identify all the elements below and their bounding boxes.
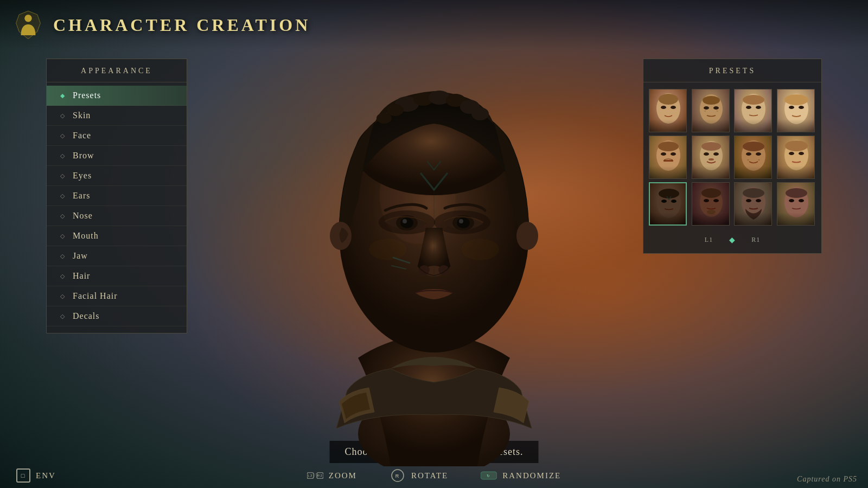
sidebar-item-eyes[interactable]: Eyes bbox=[47, 166, 187, 186]
preset-item-4[interactable] bbox=[777, 89, 815, 132]
sidebar-item-mouth[interactable]: Mouth bbox=[47, 226, 187, 246]
svg-point-42 bbox=[661, 106, 666, 109]
svg-point-67 bbox=[743, 142, 764, 151]
preset-item-5[interactable] bbox=[649, 136, 687, 179]
svg-point-81 bbox=[701, 188, 721, 198]
preset-item-1[interactable] bbox=[649, 89, 687, 132]
svg-point-55 bbox=[799, 106, 804, 109]
svg-point-16 bbox=[376, 113, 392, 124]
person-silhouette-icon bbox=[15, 10, 41, 40]
preset-face-8 bbox=[777, 136, 814, 178]
preset-face-4 bbox=[777, 89, 814, 132]
rotate-label: ROTATE bbox=[411, 471, 448, 480]
preset-face-11 bbox=[735, 183, 771, 225]
presets-panel: PRESETS bbox=[643, 59, 822, 254]
svg-text:R2: R2 bbox=[317, 474, 323, 477]
sidebar-item-hair[interactable]: Hair bbox=[47, 266, 187, 286]
character-face-svg bbox=[250, 22, 618, 466]
sidebar-item-skin[interactable]: Skin bbox=[47, 106, 187, 126]
preset-item-12[interactable] bbox=[777, 182, 815, 226]
svg-point-32 bbox=[461, 239, 499, 260]
svg-point-47 bbox=[713, 106, 719, 110]
square-button-icon: □ bbox=[16, 468, 30, 483]
svg-point-64 bbox=[713, 152, 719, 156]
sidebar-item-nose[interactable]: Nose bbox=[47, 206, 187, 226]
svg-point-59 bbox=[671, 152, 676, 156]
svg-text:R: R bbox=[395, 473, 400, 479]
header: CHARACTER CREATION bbox=[0, 0, 868, 50]
diamond-outline-icon bbox=[59, 212, 66, 220]
preset-item-10[interactable] bbox=[692, 182, 730, 226]
preset-item-8[interactable] bbox=[777, 136, 815, 179]
diamond-outline-icon bbox=[59, 252, 66, 260]
sidebar-item-label-decals: Decals bbox=[73, 311, 100, 321]
preset-item-6[interactable] bbox=[692, 136, 730, 179]
svg-point-90 bbox=[786, 188, 807, 198]
svg-point-71 bbox=[785, 140, 808, 151]
svg-point-63 bbox=[704, 152, 709, 156]
svg-point-62 bbox=[701, 142, 721, 151]
svg-point-73 bbox=[799, 152, 804, 155]
presets-select-indicator: ◆ bbox=[729, 235, 735, 245]
svg-point-18 bbox=[516, 222, 538, 250]
svg-point-1 bbox=[24, 15, 31, 22]
controls-bar: L2 / R2 ZOOM R ROTATE ↻ RANDOMIZE bbox=[0, 463, 868, 488]
randomize-control: ↻ RANDOMIZE bbox=[481, 467, 561, 484]
sidebar-item-presets[interactable]: Presets bbox=[47, 86, 187, 106]
presets-next-button[interactable]: R1 bbox=[751, 236, 760, 244]
appearance-panel: APPEARANCE Presets Skin Face Brow Eyes E… bbox=[46, 59, 187, 333]
svg-point-58 bbox=[661, 152, 666, 156]
svg-point-45 bbox=[703, 96, 720, 105]
svg-point-30 bbox=[426, 316, 442, 324]
diamond-outline-icon bbox=[59, 312, 66, 320]
zoom-control: L2 / R2 ZOOM bbox=[307, 467, 357, 484]
diamond-outline-icon bbox=[59, 232, 66, 240]
rotate-icon: R bbox=[390, 467, 406, 484]
svg-point-51 bbox=[756, 106, 761, 109]
svg-point-46 bbox=[704, 106, 709, 110]
preset-item-11[interactable] bbox=[734, 182, 772, 226]
preset-face-12 bbox=[777, 183, 814, 225]
svg-point-26 bbox=[459, 219, 463, 223]
sidebar-item-ears[interactable]: Ears bbox=[47, 186, 187, 206]
sidebar-item-label-brow: Brow bbox=[73, 151, 94, 160]
sidebar-item-jaw[interactable]: Jaw bbox=[47, 246, 187, 266]
preset-face-10 bbox=[692, 183, 729, 225]
character-display bbox=[250, 22, 618, 466]
svg-point-53 bbox=[784, 94, 808, 105]
svg-point-31 bbox=[369, 239, 407, 260]
svg-point-84 bbox=[707, 210, 716, 214]
diamond-icon bbox=[59, 92, 66, 99]
sidebar-item-face[interactable]: Face bbox=[47, 126, 187, 146]
presets-grid bbox=[643, 89, 821, 231]
preset-face-9 bbox=[650, 183, 686, 224]
svg-point-49 bbox=[743, 95, 764, 105]
sidebar-item-label-mouth: Mouth bbox=[73, 231, 99, 241]
svg-point-83 bbox=[713, 199, 719, 202]
preset-item-3[interactable] bbox=[734, 89, 772, 132]
svg-point-54 bbox=[789, 106, 794, 109]
sidebar-item-label-skin: Skin bbox=[73, 111, 91, 120]
rotate-control: R ROTATE bbox=[390, 467, 448, 484]
diamond-outline-icon bbox=[59, 272, 66, 280]
presets-navigation: L1 ◆ R1 bbox=[643, 231, 821, 245]
env-label: ENV bbox=[36, 471, 56, 480]
sidebar-item-decals[interactable]: Decals bbox=[47, 306, 187, 326]
svg-point-72 bbox=[789, 152, 794, 155]
preset-item-7[interactable] bbox=[734, 136, 772, 179]
preset-item-2[interactable] bbox=[692, 89, 730, 132]
character-icon bbox=[13, 10, 43, 40]
preset-item-9[interactable] bbox=[649, 182, 687, 226]
env-button[interactable]: □ ENV bbox=[16, 468, 56, 483]
presets-prev-button[interactable]: L1 bbox=[705, 236, 713, 244]
randomize-icon: ↻ bbox=[481, 467, 497, 484]
appearance-panel-title: APPEARANCE bbox=[47, 59, 187, 82]
svg-point-50 bbox=[746, 106, 751, 109]
svg-rect-60 bbox=[663, 160, 673, 162]
sidebar-item-brow[interactable]: Brow bbox=[47, 146, 187, 166]
sidebar-item-facial-hair[interactable]: Facial Hair bbox=[47, 286, 187, 306]
diamond-outline-icon bbox=[59, 152, 66, 159]
diamond-outline-icon bbox=[59, 132, 66, 139]
svg-point-92 bbox=[799, 199, 804, 202]
svg-point-86 bbox=[743, 188, 764, 198]
